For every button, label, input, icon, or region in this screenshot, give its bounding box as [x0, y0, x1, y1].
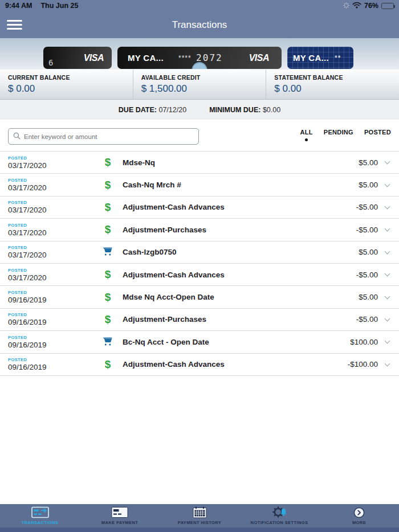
- card-masked-number: **: [335, 54, 341, 62]
- bell-icon: [280, 508, 287, 518]
- transaction-date: 03/17/2020: [8, 161, 99, 170]
- battery-icon: [381, 3, 394, 9]
- transaction-meta: POSTED 03/17/2020: [8, 200, 99, 214]
- transaction-icon: $: [99, 313, 116, 326]
- transaction-date: 03/17/2020: [8, 273, 99, 282]
- chevron-down-icon[interactable]: [385, 361, 390, 366]
- dollar-icon: $: [105, 201, 111, 214]
- card-name: MY CA...: [293, 53, 329, 63]
- transaction-date: 03/17/2020: [8, 206, 99, 214]
- gear-bell-icon: [272, 506, 286, 518]
- available-credit: AVAILABLE CREDIT $ 1,500.00: [133, 69, 266, 99]
- search-input[interactable]: [24, 133, 194, 140]
- table-row[interactable]: POSTED 09/16/2019 $ Bc-Nq Acct - Open Da…: [0, 331, 399, 353]
- transaction-date: 03/17/2020: [8, 183, 99, 192]
- transaction-amount: -$100.00: [348, 360, 378, 369]
- visa-logo: VISA: [84, 53, 104, 63]
- transaction-status: POSTED: [8, 335, 99, 340]
- minimum-due-label: MINIMUM DUE:: [209, 106, 260, 114]
- minimum-due: MINIMUM DUE: $0.00: [209, 106, 280, 114]
- filter-posted[interactable]: POSTED: [364, 129, 391, 141]
- credit-card-left[interactable]: 6 VISA: [43, 47, 112, 69]
- card-carousel: 6 VISA MY CA... **** 2072 VISA MY CA... …: [0, 38, 399, 69]
- due-date-value: 07/12/20: [158, 106, 186, 114]
- chevron-down-icon[interactable]: [385, 248, 390, 254]
- transaction-icon: $: [99, 201, 116, 214]
- nav-item-more[interactable]: MORE: [319, 504, 399, 527]
- minimum-due-value: $0.00: [263, 106, 280, 114]
- chevron-down-icon[interactable]: [385, 204, 390, 210]
- transaction-date: 09/16/2019: [8, 341, 99, 349]
- transaction-icon: $: [99, 223, 116, 236]
- chevron-down-icon[interactable]: [385, 293, 390, 299]
- transaction-meta: POSTED 09/16/2019: [8, 357, 99, 371]
- nav-item-make-payment[interactable]: MAKE PAYMENT: [80, 504, 160, 527]
- transaction-status: POSTED: [8, 200, 99, 205]
- transaction-status: POSTED: [8, 245, 99, 250]
- nav-item-payment-history[interactable]: PAYMENT HISTORY: [160, 504, 239, 527]
- dollar-icon: $: [105, 358, 111, 371]
- transaction-icon: $: [99, 268, 116, 281]
- table-row[interactable]: POSTED 03/17/2020 $ Mdse-Nq $5.00: [0, 152, 399, 174]
- credit-card-selected[interactable]: MY CA... **** 2072 VISA: [117, 47, 282, 69]
- circle-chevron-icon: [353, 506, 365, 518]
- chevron-down-icon[interactable]: [385, 316, 390, 321]
- clock-date: Thu Jun 25: [40, 2, 78, 10]
- transaction-amount: -$5.00: [356, 203, 378, 211]
- search-icon: [13, 132, 21, 142]
- chevron-down-icon[interactable]: [385, 181, 390, 187]
- nav-item-transactions[interactable]: TRANSACTIONS: [0, 504, 80, 527]
- card-name: MY CA...: [128, 53, 164, 63]
- credit-card-right[interactable]: MY CA... **: [287, 47, 353, 69]
- transaction-date: 09/16/2019: [8, 318, 99, 326]
- filter-pending[interactable]: PENDING: [324, 129, 353, 141]
- transaction-amount: $5.00: [359, 248, 378, 256]
- transaction-name: Cash-Izgb0750: [123, 248, 359, 256]
- search-row: ALL PENDING POSTED: [0, 120, 399, 151]
- active-filter-dot: [305, 138, 308, 141]
- transaction-meta: POSTED 03/17/2020: [8, 178, 99, 192]
- nav-label: NOTIFICATION SETTINGS: [251, 520, 308, 525]
- dollar-icon: $: [105, 291, 111, 304]
- nav-item-notification-settings[interactable]: NOTIFICATION SETTINGS: [239, 504, 319, 527]
- available-credit-value: $ 1,500.00: [141, 83, 266, 95]
- table-row[interactable]: POSTED 03/17/2020 $ Cash-Nq Mrch # $5.00: [0, 174, 399, 196]
- transaction-date: 03/17/2020: [8, 251, 99, 259]
- calendar-icon: [193, 506, 207, 518]
- transaction-status: POSTED: [8, 223, 99, 228]
- transaction-name: Adjustment-Purchases: [123, 226, 356, 234]
- dollar-icon: $: [105, 313, 111, 326]
- nav-label: MAKE PAYMENT: [101, 520, 138, 525]
- chevron-down-icon[interactable]: [385, 271, 390, 277]
- table-row[interactable]: POSTED 09/16/2019 $ Adjustment-Cash Adva…: [0, 354, 399, 376]
- table-row[interactable]: POSTED 09/16/2019 $ Adjustment-Purchases…: [0, 309, 399, 331]
- chevron-down-icon[interactable]: [385, 226, 390, 232]
- transaction-meta: POSTED 03/17/2020: [8, 245, 99, 259]
- transaction-icon: $: [99, 291, 116, 304]
- transaction-icon: $: [99, 156, 116, 169]
- transaction-date: 09/16/2019: [8, 296, 99, 304]
- table-row[interactable]: POSTED 03/17/2020 $ Adjustment-Cash Adva…: [0, 197, 399, 219]
- battery-percent: 76%: [364, 2, 378, 10]
- nav-label: TRANSACTIONS: [22, 520, 58, 525]
- due-date: DUE DATE: 07/12/20: [119, 106, 186, 114]
- transaction-status: POSTED: [8, 178, 99, 183]
- transaction-amount: $5.00: [359, 293, 378, 301]
- transaction-status: POSTED: [8, 155, 99, 161]
- table-row[interactable]: POSTED 03/17/2020 $ Adjustment-Purchases…: [0, 219, 399, 241]
- due-bar: DUE DATE: 07/12/20 MINIMUM DUE: $0.00: [0, 100, 399, 120]
- filter-all[interactable]: ALL: [300, 129, 312, 141]
- transaction-meta: POSTED 09/16/2019: [8, 335, 99, 349]
- transaction-name: Adjustment-Cash Advances: [123, 203, 356, 211]
- dollar-icon: $: [105, 268, 111, 281]
- nav-label: PAYMENT HISTORY: [178, 520, 221, 525]
- chevron-down-icon[interactable]: [385, 338, 390, 344]
- table-row[interactable]: POSTED 09/16/2019 $ Mdse Nq Acct-Open Da…: [0, 286, 399, 308]
- search-box[interactable]: [8, 128, 199, 145]
- chevron-down-icon[interactable]: [385, 159, 390, 165]
- clock-time: 9:44 AM: [5, 2, 32, 10]
- table-row[interactable]: POSTED 03/17/2020 $ Adjustment-Cash Adva…: [0, 264, 399, 286]
- table-row[interactable]: POSTED 03/17/2020 $ Cash-Izgb0750 $5.00: [0, 242, 399, 264]
- payment-card-icon: [111, 506, 128, 518]
- available-credit-label: AVAILABLE CREDIT: [141, 74, 266, 81]
